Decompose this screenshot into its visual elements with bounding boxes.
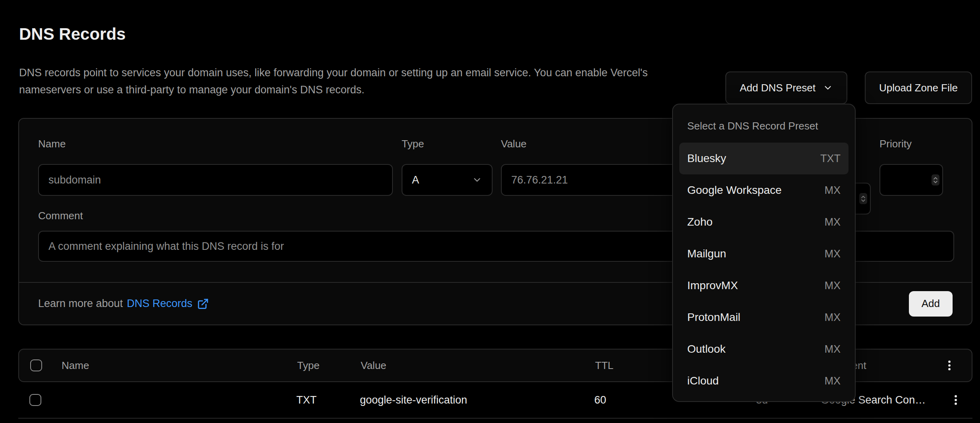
preset-menu-heading: Select a DNS Record Preset [679, 115, 849, 137]
upload-zone-file-button[interactable]: Upload Zone File [865, 71, 972, 104]
page-description: DNS records point to services your domai… [19, 64, 648, 99]
name-input[interactable] [38, 164, 393, 196]
page-description-line1: DNS records point to services your domai… [19, 64, 648, 81]
type-select-value: A [412, 174, 419, 186]
dns-records-page: DNS Records DNS records point to service… [0, 0, 980, 423]
preset-record-type: MX [825, 280, 841, 292]
preset-name: Bluesky [687, 152, 726, 165]
preset-name: Zoho [687, 216, 713, 228]
ttl-stepper[interactable] [859, 193, 867, 204]
type-select[interactable]: A [402, 164, 493, 196]
column-header-ttl: TTL [595, 359, 613, 372]
header-menu-button[interactable] [943, 357, 956, 373]
preset-menu-item[interactable]: iCloud MX [679, 365, 849, 397]
preset-name: iCloud [687, 375, 719, 387]
preset-name: ImprovMX [687, 279, 738, 292]
chevron-down-icon [472, 175, 482, 185]
preset-record-type: TXT [820, 153, 841, 165]
stepper-down-icon [933, 180, 938, 183]
column-header-name: Name [62, 359, 89, 372]
name-field: Name [38, 137, 393, 196]
row-ttl: 60 [594, 394, 606, 406]
priority-label: Priority [879, 137, 943, 150]
preset-name: Mailgun [687, 247, 726, 260]
row-value: google-site-verification [360, 394, 467, 406]
preset-record-type: MX [825, 248, 841, 260]
preset-menu-item[interactable]: ProtonMail MX [679, 301, 849, 333]
preset-menu-item[interactable]: Mailgun MX [679, 238, 849, 270]
preset-record-type: MX [825, 184, 841, 197]
priority-stepper[interactable] [932, 174, 939, 185]
preset-name: ProtonMail [687, 311, 740, 324]
external-link-icon [197, 298, 209, 310]
preset-name: Outlook [687, 343, 726, 355]
preset-menu-item[interactable]: Bluesky TXT [679, 143, 849, 174]
select-all-checkbox[interactable] [30, 359, 42, 371]
add-dns-preset-label: Add DNS Preset [740, 82, 816, 94]
learn-more-text: Learn more about DNS Records [38, 297, 209, 310]
row-type: TXT [296, 394, 317, 406]
preset-name: Google Workspace [687, 184, 782, 197]
learn-more-prefix: Learn more about [38, 297, 123, 310]
add-dns-preset-button[interactable]: Add DNS Preset [725, 71, 847, 104]
preset-menu-item[interactable]: ImprovMX MX [679, 270, 849, 301]
name-label: Name [38, 137, 393, 150]
stepper-up-icon [933, 177, 938, 180]
dns-records-link-label: DNS Records [127, 297, 192, 310]
stepper-up-icon [861, 195, 866, 199]
preset-record-type: MX [825, 343, 841, 355]
type-label: Type [402, 137, 493, 150]
page-description-line2: nameservers or use a third-party to mana… [19, 81, 648, 99]
upload-zone-file-label: Upload Zone File [879, 82, 958, 94]
preset-menu-item[interactable]: Outlook MX [679, 333, 849, 365]
add-record-button[interactable]: Add [909, 291, 953, 317]
column-header-type: Type [297, 359, 319, 372]
row-menu-button[interactable] [949, 392, 963, 408]
preset-menu-items: Bluesky TXT Google Workspace MX Zoho MX … [679, 143, 849, 397]
preset-record-type: MX [825, 375, 841, 387]
dns-preset-menu: Select a DNS Record Preset Bluesky TXT G… [672, 104, 856, 402]
chevron-down-icon [823, 83, 833, 93]
preset-record-type: MX [825, 216, 841, 228]
preset-record-type: MX [825, 311, 841, 324]
row-checkbox[interactable] [29, 394, 41, 406]
dns-records-link[interactable]: DNS Records [127, 297, 209, 310]
header-actions: Add DNS Preset Upload Zone File [725, 71, 972, 104]
column-header-value: Value [361, 359, 387, 372]
priority-field: Priority [879, 137, 943, 196]
kebab-menu-icon [943, 359, 955, 371]
type-field: Type A [402, 137, 493, 196]
preset-menu-item[interactable]: Zoho MX [679, 206, 849, 238]
page-title: DNS Records [19, 25, 126, 44]
stepper-down-icon [861, 199, 866, 202]
preset-menu-item[interactable]: Google Workspace MX [679, 174, 849, 206]
kebab-menu-icon [950, 394, 962, 406]
